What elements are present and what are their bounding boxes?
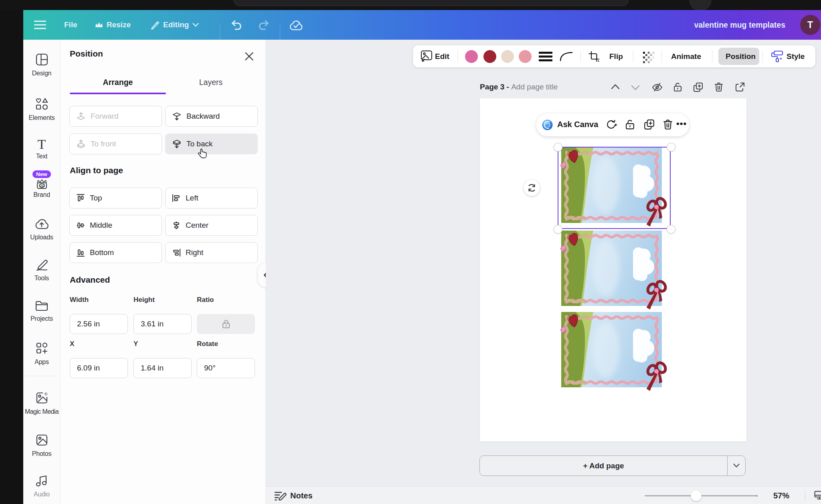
svg-text:co: co — [40, 184, 43, 187]
